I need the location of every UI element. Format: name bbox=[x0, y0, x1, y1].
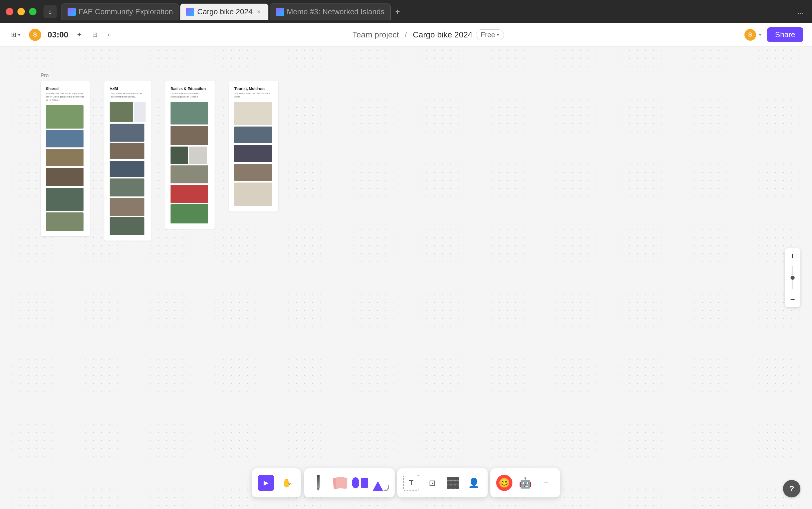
share-button[interactable]: Share bbox=[767, 27, 803, 42]
shared-img-4 bbox=[46, 168, 83, 186]
zoom-track bbox=[792, 266, 793, 289]
close-window-button[interactable] bbox=[6, 8, 13, 15]
maximize-window-button[interactable] bbox=[29, 8, 37, 15]
tab-fae-community[interactable]: FAE Community Exploration bbox=[62, 3, 179, 20]
board-basics: Basics & Education Das Innenleben schon … bbox=[165, 81, 215, 229]
title-bar: ⌂ FAE Community Exploration Cargo bike 2… bbox=[0, 0, 812, 23]
more-options-button[interactable]: ... bbox=[795, 7, 806, 16]
tab-memo[interactable]: Memo #3: Networked Islands bbox=[270, 3, 391, 20]
layout-icon: ⊟ bbox=[92, 31, 98, 39]
board-azbi-caption: Das können wir im Cargo-Bikes: Falls jem… bbox=[110, 92, 146, 98]
board-tourist: Tourist, Multi-use Add summary to the ro… bbox=[229, 81, 279, 211]
toolbar-left: ⊞ ▾ S 03:00 ✦ ⊟ ○ bbox=[9, 28, 114, 41]
drawing-tools bbox=[304, 468, 395, 498]
tourist-img-4 bbox=[234, 164, 272, 181]
person-icon: 👤 bbox=[468, 477, 480, 488]
sparkle-button[interactable]: ✦ bbox=[74, 29, 84, 41]
basics-img-3a bbox=[171, 146, 188, 164]
minimize-window-button[interactable] bbox=[17, 8, 25, 15]
board-shared-caption: Schreibt mal, was euch Cargo-Bikes schon… bbox=[46, 92, 85, 102]
zoom-out-button[interactable]: − bbox=[785, 292, 801, 307]
home-button[interactable]: ⌂ bbox=[43, 5, 57, 18]
person-tool[interactable]: 👤 bbox=[466, 475, 482, 491]
team-project-link[interactable]: Team project bbox=[353, 30, 399, 39]
pencil-tool[interactable] bbox=[310, 475, 326, 491]
bottom-toolbar: ▶ ✋ bbox=[252, 468, 560, 498]
zoom-handle[interactable] bbox=[790, 276, 795, 280]
tab-label-cargo: Cargo bike 2024 bbox=[197, 7, 253, 16]
grid-icon: ⊞ bbox=[11, 31, 16, 39]
board-azbi-title: AzBI bbox=[110, 87, 146, 91]
tourist-img-5 bbox=[234, 182, 272, 206]
tools-dropdown-arrow: ▾ bbox=[18, 32, 20, 37]
insert-tools: T ⊡ 👤 bbox=[397, 468, 488, 498]
board-shared-images bbox=[46, 105, 85, 231]
table-icon bbox=[447, 477, 459, 489]
tourist-img-2 bbox=[234, 127, 272, 143]
board-tourist-title: Tourist, Multi-use bbox=[234, 87, 273, 91]
board-basics-title: Basics & Education bbox=[171, 87, 209, 91]
azbi-img-row-1 bbox=[110, 102, 146, 122]
tab-close-cargo[interactable]: ✕ bbox=[256, 8, 262, 15]
tourist-img-1 bbox=[234, 102, 272, 125]
tools-menu-button[interactable]: ⊞ ▾ bbox=[9, 29, 23, 41]
user-avatar: S bbox=[744, 28, 756, 41]
toolbar-right: S ▾ Share bbox=[743, 27, 803, 42]
board-azbi-images bbox=[110, 102, 146, 235]
azbi-img-1b bbox=[134, 102, 146, 122]
sticker-smiley-icon: 😊 bbox=[499, 477, 510, 488]
plan-badge[interactable]: Free ▾ bbox=[476, 29, 504, 40]
sticker-robot-icon: 🤖 bbox=[519, 477, 532, 489]
tab-cargo-bike[interactable]: Cargo bike 2024 ✕ bbox=[180, 3, 268, 20]
zoom-in-button[interactable]: + bbox=[785, 248, 801, 264]
current-doc-title: Cargo bike 2024 bbox=[413, 30, 472, 39]
sticky-tool[interactable] bbox=[331, 475, 347, 491]
shared-img-1 bbox=[46, 105, 83, 129]
plan-label: Free bbox=[481, 31, 495, 39]
comment-icon: ○ bbox=[108, 31, 112, 39]
timer-display: 03:00 bbox=[47, 30, 68, 39]
tab-icon-memo bbox=[276, 8, 284, 16]
sticker-robot[interactable]: 🤖 bbox=[517, 475, 533, 491]
breadcrumb-area: Team project / Cargo bike 2024 Free ▾ bbox=[120, 29, 737, 40]
board-tourist-images bbox=[234, 102, 273, 206]
board-basics-caption: Das Innenleben schon beim strategiegewis… bbox=[171, 92, 209, 98]
tab-label-memo: Memo #3: Networked Islands bbox=[287, 7, 384, 16]
add-tab-button[interactable]: + bbox=[392, 7, 403, 16]
shared-img-6 bbox=[46, 212, 83, 231]
pencil-icon bbox=[317, 475, 320, 488]
frame-tool[interactable]: ⊡ bbox=[424, 475, 440, 491]
col-label-empty bbox=[102, 73, 148, 79]
azbi-img-7 bbox=[110, 217, 144, 235]
add-sticker-button[interactable]: + bbox=[538, 475, 554, 491]
selection-tools: ▶ ✋ bbox=[252, 468, 301, 498]
comment-button[interactable]: ○ bbox=[106, 29, 114, 41]
board-shared-title: Shared bbox=[46, 87, 85, 91]
canvas[interactable]: Pro Shared Schreibt mal, was euch Cargo-… bbox=[0, 46, 812, 509]
hand-tool[interactable]: ✋ bbox=[279, 475, 295, 491]
arrow-tool[interactable]: ▶ bbox=[258, 475, 274, 491]
plan-dropdown-icon: ▾ bbox=[497, 32, 499, 37]
basics-img-row bbox=[171, 146, 209, 164]
tourist-img-3 bbox=[234, 145, 272, 162]
col-label-empty3 bbox=[223, 73, 270, 79]
more-shapes-tool[interactable] bbox=[373, 475, 389, 491]
text-tool[interactable]: T bbox=[403, 475, 419, 491]
layout-button[interactable]: ⊟ bbox=[90, 29, 100, 41]
shared-img-2 bbox=[46, 130, 83, 147]
tab-icon-cargo bbox=[186, 8, 194, 16]
azbi-img-4 bbox=[110, 161, 144, 177]
sticker-smiley[interactable]: 😊 bbox=[496, 475, 512, 491]
help-button[interactable]: ? bbox=[783, 480, 801, 498]
shapes-tool[interactable] bbox=[352, 475, 368, 491]
avatar-initial: S bbox=[33, 31, 37, 38]
shared-img-3 bbox=[46, 149, 83, 166]
current-user-avatar[interactable]: S bbox=[28, 28, 42, 41]
azbi-img-5 bbox=[110, 178, 144, 197]
collaborators: S bbox=[28, 28, 42, 41]
user-menu-button[interactable]: S ▾ bbox=[743, 27, 763, 42]
board-shared: Shared Schreibt mal, was euch Cargo-Bike… bbox=[41, 81, 90, 236]
shared-img-5 bbox=[46, 188, 83, 211]
table-tool[interactable] bbox=[445, 475, 461, 491]
azbi-img-3 bbox=[110, 143, 144, 159]
